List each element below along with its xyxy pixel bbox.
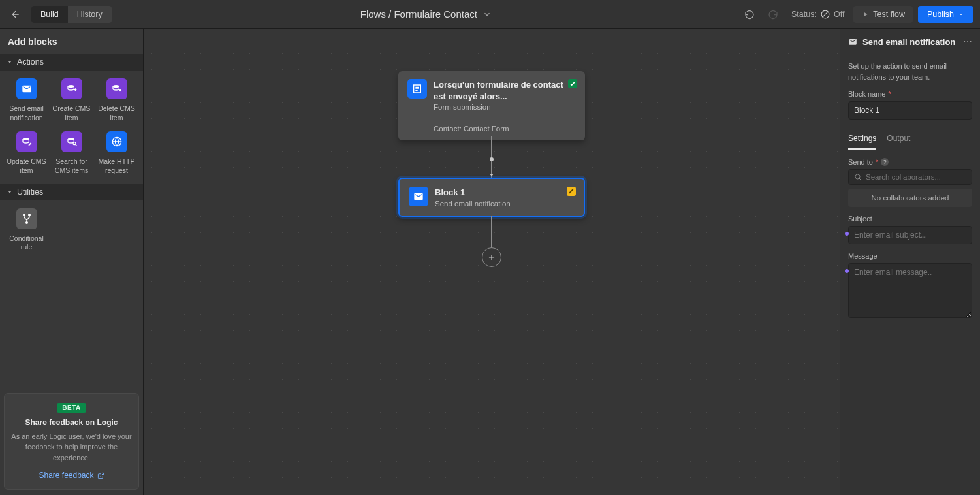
message-label: Message xyxy=(848,252,877,260)
mail-icon xyxy=(16,78,37,99)
chevron-down-icon xyxy=(958,11,964,18)
feedback-link-label: Share feedback xyxy=(39,471,93,480)
warning-badge-icon xyxy=(567,187,576,196)
undo-button[interactable] xyxy=(740,5,759,24)
tab-output[interactable]: Output xyxy=(887,129,910,150)
block-http-request[interactable]: Make HTTP request xyxy=(94,131,139,175)
block-name-label: Block name xyxy=(848,90,885,98)
test-flow-label: Test flow xyxy=(873,10,905,19)
svg-point-3 xyxy=(23,138,29,140)
feedback-title: Share feedback on Logic xyxy=(11,418,132,427)
block-delete-cms[interactable]: Delete CMS item xyxy=(94,78,139,122)
mail-icon xyxy=(409,187,428,206)
collaborators-input[interactable] xyxy=(866,173,966,181)
redo-icon xyxy=(768,9,778,20)
feedback-desc: As an early Logic user, we'd love your f… xyxy=(11,431,132,464)
share-feedback-link[interactable]: Share feedback xyxy=(39,471,104,480)
chevron-down-icon[interactable] xyxy=(482,10,492,19)
trigger-detail: Contact: Contact Form xyxy=(434,125,576,133)
section-utilities-label: Utilities xyxy=(17,187,43,197)
publish-button[interactable]: Publish xyxy=(918,6,973,23)
status-value: Off xyxy=(834,10,844,19)
top-bar: Build History Flows / Formulaire Contact… xyxy=(0,0,980,29)
block-label: Conditional rule xyxy=(4,234,49,252)
subject-label: Subject xyxy=(848,215,872,223)
svg-point-9 xyxy=(25,221,27,223)
block-label: Make HTTP request xyxy=(94,157,139,175)
block-name-input[interactable] xyxy=(848,101,972,120)
block-label: Create CMS item xyxy=(49,104,94,122)
block-search-cms[interactable]: Search for CMS items xyxy=(49,131,94,175)
mode-tabs: Build History xyxy=(31,6,112,23)
panel-title: Add blocks xyxy=(0,29,143,54)
block-update-cms[interactable]: Update CMS item xyxy=(4,131,49,175)
block-label: Send email notification xyxy=(4,104,49,122)
block1-title: Block 1 xyxy=(435,187,575,199)
required-indicator: * xyxy=(876,158,878,166)
form-icon xyxy=(407,79,427,99)
send-to-label: Send to xyxy=(848,158,873,166)
inspector-title: Send email notification xyxy=(862,37,958,47)
svg-point-2 xyxy=(113,85,119,88)
db-delete-icon xyxy=(106,78,127,99)
utilities-grid: Conditional rule xyxy=(0,200,143,260)
plus-icon xyxy=(487,253,496,262)
db-edit-icon xyxy=(16,131,37,152)
trigger-node[interactable]: Lorsqu'un formulaire de contact est envo… xyxy=(398,71,585,140)
globe-icon xyxy=(106,131,127,152)
status-label: Status: xyxy=(791,10,817,19)
chevron-down-icon xyxy=(7,189,13,195)
status-indicator: Status: Off xyxy=(791,10,844,19)
breadcrumb: Flows / Formulaire Contact xyxy=(360,8,477,20)
chevron-down-icon xyxy=(7,59,13,65)
section-utilities[interactable]: Utilities xyxy=(0,184,143,200)
svg-point-8 xyxy=(28,214,30,216)
actions-grid: Send email notification Create CMS item … xyxy=(0,71,143,184)
binding-indicator-icon[interactable] xyxy=(845,232,849,236)
status-off-icon xyxy=(821,10,830,19)
svg-point-4 xyxy=(68,138,74,140)
block-create-cms[interactable]: Create CMS item xyxy=(49,78,94,122)
tab-history[interactable]: History xyxy=(68,6,112,23)
block1-subtitle: Send email notification xyxy=(435,200,575,208)
block-send-email[interactable]: Send email notification xyxy=(4,78,49,122)
db-plus-icon xyxy=(61,78,82,99)
no-collaborators-msg: No collaborators added xyxy=(848,189,972,207)
feedback-card: BETA Share feedback on Logic As an early… xyxy=(4,393,139,490)
inspector-panel: Send email notification ⋯ Set up the act… xyxy=(840,29,980,495)
back-button[interactable] xyxy=(7,5,25,24)
mail-icon xyxy=(848,37,857,46)
svg-point-5 xyxy=(73,142,76,145)
message-input[interactable] xyxy=(848,263,972,318)
svg-point-1 xyxy=(68,85,74,88)
inspector-description: Set up the action to send email notifica… xyxy=(840,54,980,89)
play-icon xyxy=(861,10,869,18)
section-actions-label: Actions xyxy=(17,57,44,67)
block-label: Delete CMS item xyxy=(94,104,139,122)
subject-input[interactable] xyxy=(848,226,972,244)
block1-node[interactable]: Block 1 Send email notification xyxy=(398,178,585,217)
add-block-button[interactable] xyxy=(482,248,501,267)
search-icon xyxy=(854,173,862,181)
trigger-title: Lorsqu'un formulaire de contact est envo… xyxy=(434,79,576,102)
tab-build[interactable]: Build xyxy=(31,6,68,23)
db-search-icon xyxy=(61,131,82,152)
tab-settings[interactable]: Settings xyxy=(848,129,876,150)
arrow-left-icon xyxy=(10,9,21,20)
block-label: Update CMS item xyxy=(4,157,49,175)
section-actions[interactable]: Actions xyxy=(0,54,143,71)
add-blocks-panel: Add blocks Actions Send email notificati… xyxy=(0,29,144,495)
test-flow-button[interactable]: Test flow xyxy=(853,6,913,23)
beta-tag: BETA xyxy=(57,403,86,413)
flow-canvas[interactable]: Lorsqu'un formulaire de contact est envo… xyxy=(144,29,840,495)
svg-point-7 xyxy=(23,214,25,216)
binding-indicator-icon[interactable] xyxy=(845,269,849,273)
collaborators-search[interactable] xyxy=(848,169,972,185)
block-label: Search for CMS items xyxy=(49,157,94,175)
external-link-icon xyxy=(97,472,104,479)
block-conditional[interactable]: Conditional rule xyxy=(4,208,49,252)
redo-button[interactable] xyxy=(764,5,782,24)
required-indicator: * xyxy=(888,90,891,98)
more-button[interactable]: ⋯ xyxy=(963,37,972,47)
help-icon[interactable]: ? xyxy=(881,158,889,166)
